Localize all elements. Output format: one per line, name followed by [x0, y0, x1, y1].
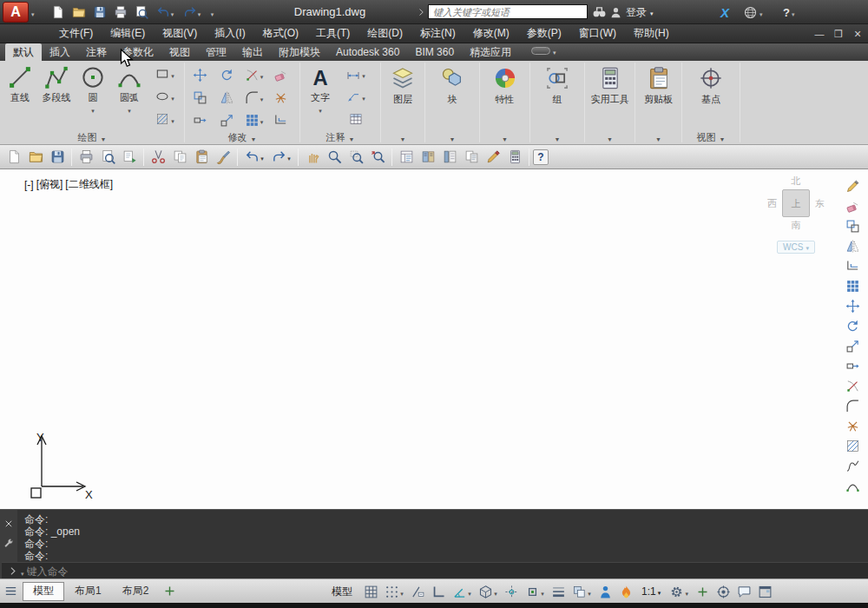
clipboard-panel-button[interactable]: 剪贴板 — [637, 63, 680, 131]
layout-tab[interactable]: 布局1 — [64, 582, 112, 601]
rectangle-tool-button[interactable] — [149, 63, 181, 85]
dynamic-input-toggle[interactable] — [407, 581, 428, 602]
qat-plot-button[interactable] — [111, 3, 129, 21]
right-toolbar-fillet-button[interactable] — [841, 396, 864, 415]
menu-item[interactable]: 编辑(E) — [102, 24, 154, 43]
polyline-tool-button[interactable]: 多段线 — [38, 63, 75, 131]
toolbar-toolpalettes-button[interactable] — [439, 147, 460, 168]
toolbar-new-button[interactable] — [3, 147, 24, 168]
ribbon-tab[interactable]: BIM 360 — [407, 43, 462, 61]
layout-tab[interactable]: 布局2 — [112, 582, 160, 601]
mirror-tool-button[interactable] — [214, 86, 240, 109]
viewport-menu-button[interactable]: [-] — [24, 177, 34, 192]
search-button[interactable] — [592, 3, 607, 21]
toolbar-open-button[interactable] — [25, 147, 46, 168]
toolbar-markup-button[interactable] — [483, 147, 503, 168]
leader-tool-button[interactable] — [340, 85, 372, 108]
toolbar-pan-button[interactable] — [302, 147, 323, 168]
drawing-area[interactable]: [-] [俯视] [二维线框] 北 西 上 东 南 WCS Y — [0, 169, 868, 509]
toolbar-zoom-previous-button[interactable] — [367, 147, 388, 168]
annotate-panel-label[interactable]: 注释 — [300, 131, 380, 144]
layers-panel-button[interactable]: 图层 — [383, 63, 423, 131]
toolbar-help-button[interactable]: ? — [533, 149, 549, 165]
viewcube-east-label[interactable]: 东 — [815, 197, 825, 210]
stretch-tool-button[interactable] — [187, 109, 214, 131]
qat-customize-button[interactable] — [207, 3, 217, 21]
right-toolbar-rotate-button[interactable] — [841, 316, 864, 335]
block-panel-button[interactable]: 块 — [427, 63, 477, 131]
workspace-switch-button[interactable] — [666, 581, 692, 602]
right-toolbar-pencil-button[interactable] — [841, 176, 864, 195]
isodraft-toggle[interactable] — [475, 581, 501, 602]
text-tool-button[interactable]: A 文字 — [302, 63, 339, 131]
isolate-objects-button[interactable] — [713, 581, 733, 602]
ribbon-tab[interactable]: 注释 — [78, 43, 115, 61]
right-toolbar-erase-button[interactable] — [841, 196, 864, 215]
toolbar-zoom-realtime-button[interactable] — [324, 147, 345, 168]
qat-undo-button[interactable] — [153, 3, 177, 21]
viewcube[interactable]: 北 西 上 东 南 WCS — [753, 175, 838, 254]
draw-panel-label[interactable]: 绘图 — [0, 131, 184, 144]
ribbon-tab[interactable]: 精选应用 — [462, 43, 519, 61]
minimize-button[interactable] — [812, 27, 826, 41]
snap-toggle[interactable] — [381, 581, 407, 602]
right-toolbar-trim-button[interactable] — [841, 376, 864, 395]
menu-item[interactable]: 绘图(D) — [358, 24, 411, 43]
object-snap-toggle[interactable] — [522, 581, 548, 602]
ribbon-tab[interactable]: 管理 — [198, 43, 234, 61]
group-panel-button[interactable]: 组 — [532, 63, 582, 131]
undo-caret-icon[interactable] — [171, 6, 174, 19]
menu-item[interactable]: 标注(N) — [411, 24, 464, 43]
ribbon-tab[interactable]: 默认 — [5, 43, 42, 61]
graphics-performance-button[interactable] — [615, 581, 636, 602]
object-snap-tracking-toggle[interactable] — [501, 581, 522, 602]
command-customize-button[interactable] — [3, 539, 14, 552]
ribbon-minimize-button[interactable] — [531, 44, 556, 57]
menu-item[interactable]: 插入(I) — [206, 24, 253, 43]
block-panel-label[interactable] — [425, 131, 479, 144]
toolbar-properties-button[interactable] — [396, 147, 417, 168]
new-layout-button[interactable] — [159, 581, 180, 602]
exchange-apps-button[interactable]: X — [720, 3, 729, 21]
qat-redo-button[interactable] — [180, 3, 204, 21]
qat-preview-button[interactable] — [132, 3, 150, 21]
restore-button[interactable] — [832, 27, 845, 41]
right-toolbar-arc-button[interactable] — [841, 476, 864, 495]
clean-screen-button[interactable] — [754, 581, 775, 602]
communication-center-button[interactable] — [743, 3, 763, 21]
right-toolbar-copy-button[interactable] — [841, 216, 864, 235]
right-toolbar-array-button[interactable] — [841, 276, 864, 295]
toolbar-preview-button[interactable] — [97, 147, 118, 168]
layers-panel-label[interactable] — [381, 131, 424, 144]
model-space-button[interactable]: 模型 — [324, 582, 360, 601]
toolbar-undo-button[interactable] — [241, 147, 267, 168]
viewcube-north-label[interactable]: 北 — [753, 175, 838, 188]
offset-tool-button[interactable] — [267, 109, 294, 131]
viewcube-west-label[interactable]: 西 — [767, 197, 777, 210]
close-button[interactable] — [851, 27, 865, 41]
menu-item[interactable]: 帮助(H) — [625, 24, 678, 43]
toolbar-quickcalc-button[interactable] — [504, 147, 525, 168]
menu-item[interactable]: 格式(O) — [254, 24, 307, 43]
annotation-monitor-button[interactable] — [692, 581, 713, 602]
toolbar-cut-button[interactable] — [148, 147, 168, 168]
circle-tool-button[interactable]: 圆 — [75, 63, 111, 131]
toolbar-plot-button[interactable] — [76, 147, 96, 168]
clipboard-panel-label[interactable] — [635, 131, 681, 144]
right-toolbar-move-button[interactable] — [841, 296, 864, 315]
properties-panel-button[interactable]: 特性 — [482, 63, 528, 131]
command-close-button[interactable] — [3, 519, 14, 532]
array-tool-button[interactable] — [240, 109, 267, 131]
menu-item[interactable]: 工具(T) — [307, 24, 358, 43]
hatch-tool-button[interactable] — [149, 108, 181, 130]
right-toolbar-explode-button[interactable] — [841, 416, 864, 435]
ribbon-tab[interactable]: 输出 — [234, 43, 271, 61]
redo-caret-icon[interactable] — [198, 6, 201, 19]
rotate-tool-button[interactable] — [214, 63, 240, 86]
right-toolbar-mirror-button[interactable] — [841, 236, 864, 255]
toolbar-publish-button[interactable] — [119, 147, 140, 168]
view-panel-label[interactable]: 视图 — [682, 131, 740, 144]
menu-item[interactable]: 窗口(W) — [570, 24, 625, 43]
right-toolbar-spline-button[interactable] — [841, 456, 864, 475]
annotation-scale-button[interactable]: 1:1 — [636, 585, 666, 598]
